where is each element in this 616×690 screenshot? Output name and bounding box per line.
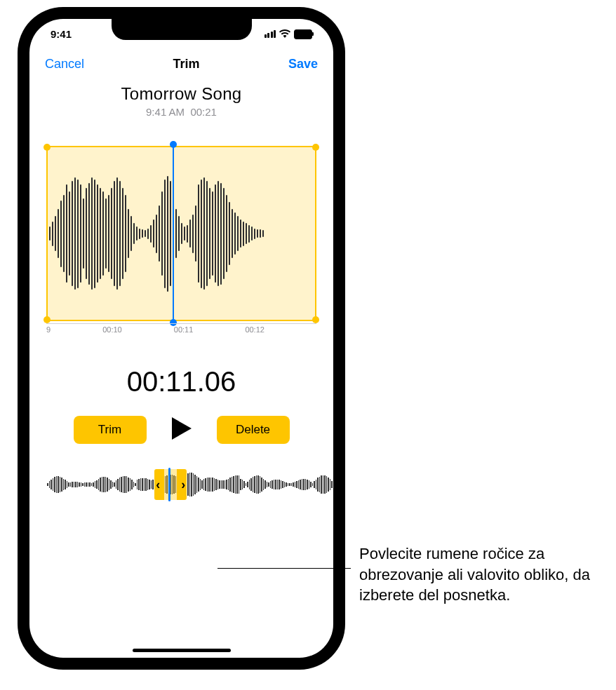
trim-handle-icon[interactable] <box>312 316 319 323</box>
playhead[interactable] <box>173 144 174 323</box>
trim-handle-icon[interactable] <box>312 144 319 151</box>
cellular-icon <box>265 30 276 38</box>
trim-handle-icon[interactable] <box>43 316 51 323</box>
home-indicator[interactable] <box>133 649 231 652</box>
side-switch <box>18 111 20 132</box>
recording-title: Tomorrow Song <box>29 84 333 104</box>
play-button[interactable] <box>170 416 193 444</box>
notch <box>112 19 252 40</box>
trim-button[interactable]: Trim <box>74 416 147 444</box>
chevron-left-icon[interactable]: ‹ <box>156 478 160 491</box>
status-time: 9:41 <box>51 28 72 40</box>
recording-meta: 9:41 AM 00:21 <box>29 106 333 118</box>
callout-leader <box>217 568 351 569</box>
save-button[interactable]: Save <box>288 57 318 72</box>
battery-icon <box>294 29 312 39</box>
cancel-button[interactable]: Cancel <box>45 57 84 72</box>
wifi-icon <box>279 28 290 40</box>
nav-title: Trim <box>173 57 199 72</box>
delete-button[interactable]: Delete <box>217 416 290 444</box>
waveform-editor[interactable]: 900:1000:1100:12 <box>29 146 333 342</box>
overview-selection[interactable]: ‹ › <box>154 469 187 500</box>
overview-track[interactable]: ‹ › <box>47 469 316 500</box>
trim-handle-icon[interactable] <box>43 144 51 151</box>
screen: 9:41 Cancel Trim Save Tomorrow Song 9:41… <box>29 19 333 658</box>
overview-playhead[interactable] <box>168 468 170 501</box>
timeline-ruler: 900:1000:1100:12 <box>46 323 316 337</box>
current-time: 00:11.06 <box>29 366 333 398</box>
controls: Trim Delete <box>29 416 333 444</box>
nav-bar: Cancel Trim Save <box>29 40 333 79</box>
chevron-right-icon[interactable]: › <box>181 478 185 491</box>
callout-text: Povlecite rumene ročice za obrezovanje a… <box>359 543 591 606</box>
volume-up <box>18 151 20 189</box>
volume-down <box>18 198 20 236</box>
iphone-frame: 9:41 Cancel Trim Save Tomorrow Song 9:41… <box>18 7 345 670</box>
waveform <box>49 160 314 307</box>
